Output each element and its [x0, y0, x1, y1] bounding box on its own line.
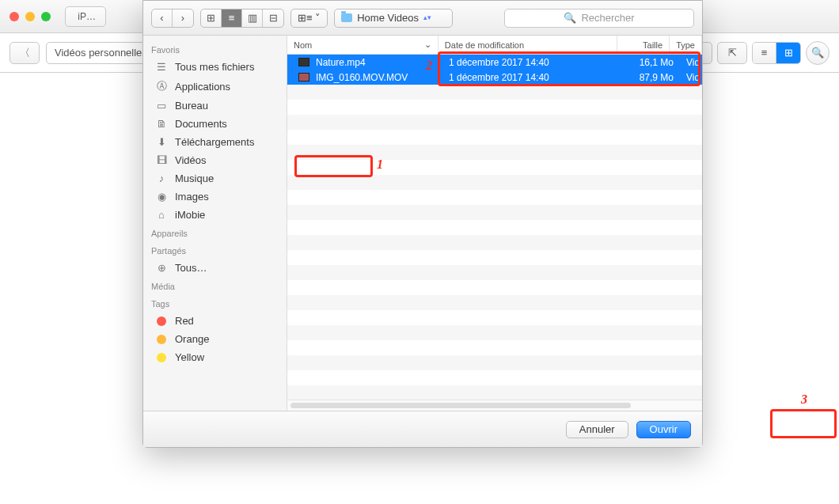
view-list-button[interactable]: ≡ [222, 9, 242, 27]
view-mode-segment: ⊞ ≡ ▥ ⊟ [200, 9, 284, 28]
col-size[interactable]: Taille [617, 36, 670, 54]
empty-row [287, 280, 702, 295]
file-date: 1 décembre 2017 14:40 [442, 57, 626, 68]
empty-row [287, 385, 702, 400]
file-size: 87,9 Mo [626, 72, 680, 83]
empty-row [287, 295, 702, 310]
sidebar-item-label: Documents [175, 118, 227, 130]
sidebar-item-label: Images [175, 191, 209, 203]
open-button[interactable]: Ouvrir [636, 421, 691, 438]
sidebar-icon: ⌂ [154, 209, 169, 221]
dialog-toolbar: ‹ › ⊞ ≡ ▥ ⊟ ⊞≡ ˅ Home Videos ▴▾ 🔍 Recher… [143, 1, 702, 36]
export-button[interactable]: ⇱ [717, 42, 747, 64]
traffic-lights [9, 12, 51, 21]
arrange-icon: ⊞≡ ˅ [298, 12, 321, 24]
back-button[interactable]: 〈 [9, 42, 40, 64]
view-list-button[interactable]: ≡ [753, 43, 776, 63]
open-file-dialog: ‹ › ⊞ ≡ ▥ ⊟ ⊞≡ ˅ Home Videos ▴▾ 🔍 Recher… [142, 0, 703, 448]
sidebar-item-label: Vidéos [175, 154, 207, 166]
sidebar-item[interactable]: ⊕Tous… [143, 259, 287, 277]
search-icon: 🔍 [564, 12, 576, 24]
sidebar-item[interactable]: ☰Tous mes fichiers [143, 58, 287, 76]
empty-row [287, 250, 702, 265]
sidebar-item-label: iMobie [175, 209, 205, 221]
horizontal-scrollbar[interactable] [287, 400, 702, 411]
sidebar-item[interactable]: ▭Bureau [143, 97, 287, 115]
sidebar-item[interactable]: ♪Musique [143, 169, 287, 188]
sidebar-item[interactable]: Yellow [143, 348, 287, 366]
device-pill[interactable]: iP… [65, 6, 106, 27]
folder-icon [341, 13, 352, 22]
sidebar-item[interactable]: Red [143, 312, 287, 330]
empty-row [287, 85, 702, 100]
sidebar-item[interactable]: ◉Images [143, 188, 287, 206]
sidebar-section-header: Partagés [143, 241, 287, 259]
sidebar-item[interactable]: ⒶApplications [143, 76, 287, 97]
search-button[interactable]: 🔍 [806, 41, 830, 65]
maximize-window-button[interactable] [41, 12, 51, 21]
file-name: Nature.mp4 [316, 57, 366, 68]
empty-row [287, 145, 702, 160]
empty-row [287, 310, 702, 325]
sidebar[interactable]: Favoris☰Tous mes fichiersⒶApplications▭B… [143, 36, 287, 411]
annotation-number-3: 3 [801, 392, 807, 407]
col-date[interactable]: Date de modification [438, 36, 617, 54]
sidebar-item[interactable]: Orange [143, 330, 287, 348]
file-rows: Nature.mp41 décembre 2017 14:4016,1 MoVi… [287, 55, 702, 400]
view-toggle: ≡ ⊞ [752, 42, 801, 64]
sidebar-item[interactable]: ⌂iMobie [143, 206, 287, 224]
search-placeholder: Rechercher [581, 12, 634, 24]
empty-row [287, 160, 702, 175]
breadcrumb-label: Vidéos personnelles [55, 47, 147, 59]
column-headers: Nom⌄ Date de modification Taille Type [287, 36, 702, 55]
file-name: IMG_0160.MOV.MOV [316, 72, 408, 83]
chevron-updown-icon: ▴▾ [423, 14, 431, 21]
sidebar-section-header: Favoris [143, 40, 287, 58]
annotation-number-1: 1 [377, 157, 383, 172]
file-thumb-icon [298, 73, 309, 81]
sidebar-item-label: Applications [175, 81, 230, 93]
file-type: Vid [680, 72, 702, 83]
view-icon-button[interactable]: ⊞ [201, 9, 222, 27]
sidebar-item-label: Orange [175, 333, 209, 345]
sidebar-item-label: Musique [175, 172, 214, 184]
file-row[interactable]: Nature.mp41 décembre 2017 14:4016,1 MoVi… [287, 55, 702, 70]
cancel-button[interactable]: Annuler [566, 421, 628, 438]
sidebar-icon: ▭ [154, 100, 169, 112]
sidebar-item[interactable]: ⬇Téléchargements [143, 133, 287, 151]
chevron-down-icon: ⌄ [424, 40, 431, 50]
view-gallery-button[interactable]: ⊟ [263, 9, 283, 27]
sidebar-item-label: Red [175, 315, 194, 327]
nav-segment: ‹ › [151, 9, 194, 28]
sidebar-icon: 🗎 [154, 118, 169, 130]
sidebar-item[interactable]: 🎞Vidéos [143, 151, 287, 169]
arrange-dropdown[interactable]: ⊞≡ ˅ [290, 9, 328, 28]
empty-row [287, 205, 702, 220]
sidebar-section-header: Tags [143, 294, 287, 312]
empty-row [287, 355, 702, 370]
sidebar-item-label: Téléchargements [175, 136, 254, 148]
location-dropdown[interactable]: Home Videos ▴▾ [334, 9, 453, 28]
file-row[interactable]: IMG_0160.MOV.MOV1 décembre 2017 14:4087,… [287, 70, 702, 85]
close-window-button[interactable] [9, 12, 19, 21]
search-field[interactable]: 🔍 Rechercher [504, 9, 694, 28]
sidebar-item[interactable]: 🗎Documents [143, 115, 287, 133]
annotation-number-2: 2 [426, 59, 432, 73]
file-type: Vid [680, 57, 702, 68]
tag-icon [154, 353, 169, 362]
view-grid-button[interactable]: ⊞ [776, 43, 800, 63]
sidebar-item-label: Tous mes fichiers [175, 61, 254, 73]
nav-back-button[interactable]: ‹ [152, 9, 173, 27]
view-column-button[interactable]: ▥ [242, 9, 263, 27]
sidebar-section-header: Média [143, 277, 287, 294]
empty-row [287, 190, 702, 205]
sidebar-item-label: Bureau [175, 100, 208, 112]
col-name[interactable]: Nom⌄ [287, 36, 438, 54]
location-label: Home Videos [357, 12, 419, 24]
empty-row [287, 100, 702, 115]
dialog-footer: Annuler Ouvrir [143, 411, 702, 447]
tag-icon [154, 335, 169, 344]
col-type[interactable]: Type [670, 36, 702, 54]
minimize-window-button[interactable] [25, 12, 35, 21]
nav-forward-button[interactable]: › [173, 9, 193, 27]
